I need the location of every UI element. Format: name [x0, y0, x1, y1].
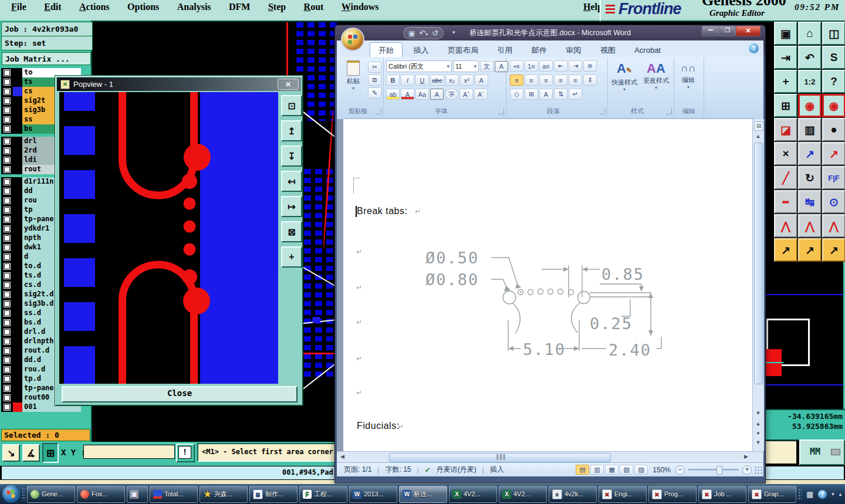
popview-tool-button[interactable]: ⊡ — [281, 95, 302, 116]
layer-checkbox[interactable] — [1, 252, 13, 262]
paragraph-button[interactable]: ⇥ — [569, 60, 582, 72]
layer-checkbox[interactable] — [1, 374, 13, 384]
layer-color-swatch[interactable] — [13, 137, 22, 146]
layer-checkbox[interactable] — [1, 137, 13, 146]
layer-checkbox[interactable] — [1, 402, 13, 412]
taskbar-button[interactable] — [127, 486, 148, 503]
quick-styles-button[interactable]: A✎ 快速样式 ▾ — [609, 62, 640, 92]
layer-checkbox[interactable] — [1, 280, 13, 290]
layer-checkbox[interactable] — [1, 262, 13, 271]
scroll-left-icon[interactable]: ◀ — [340, 454, 344, 459]
change-styles-button[interactable]: AA 更改样式 ▾ — [641, 62, 671, 90]
job-matrix-button[interactable]: Job Matrix ... — [2, 52, 91, 65]
toolbar-button[interactable]: ⌂ — [798, 22, 822, 45]
popview-titlebar[interactable]: ✕ Popview - 1 ✕ — [57, 77, 301, 91]
taskbar-button[interactable]: Total... — [150, 486, 198, 503]
toolbar-button[interactable]: + — [774, 70, 797, 93]
toolbar-button[interactable]: ◫ — [822, 22, 845, 45]
doc-heading-fiducials[interactable]: Fiducials: — [357, 421, 400, 431]
ribbon-tab[interactable]: 视图 — [592, 43, 624, 58]
toolbar-button[interactable]: S — [822, 46, 845, 69]
toolbar-button[interactable]: ↗ — [822, 238, 845, 262]
scroll-down-icon[interactable]: ▼ — [754, 410, 762, 416]
layer-color-swatch[interactable] — [13, 252, 22, 262]
qat-customize-icon[interactable]: ▾ — [452, 29, 455, 35]
scroll-up-icon[interactable]: ▲ — [754, 132, 762, 140]
layer-checkbox[interactable] — [1, 68, 13, 77]
layer-checkbox[interactable] — [1, 106, 13, 115]
taskbar-button[interactable]: 2013... — [349, 486, 397, 503]
layer-color-swatch[interactable] — [13, 384, 22, 393]
layer-checkbox[interactable] — [1, 165, 13, 174]
units-button[interactable]: MM — [799, 439, 845, 465]
layer-color-swatch[interactable] — [13, 196, 22, 205]
undo-icon[interactable]: ↶▾ — [419, 29, 428, 38]
font-size-combo[interactable]: 11▾ — [453, 60, 479, 72]
tray-up-icon[interactable]: ▴ — [839, 491, 842, 497]
clipboard-launcher-icon[interactable] — [376, 109, 381, 114]
taskbar-button[interactable]: Grap... — [748, 486, 796, 503]
paragraph-button[interactable]: 1≡ — [525, 60, 538, 72]
print-layout-view-icon[interactable]: ▤ — [576, 465, 589, 475]
popview-tool-button[interactable]: ↤ — [281, 171, 302, 192]
font-style-button[interactable]: A — [430, 89, 444, 100]
font-style-button[interactable]: Aˇ — [474, 89, 488, 100]
layer-color-swatch[interactable] — [13, 271, 22, 280]
document-page[interactable]: Break tabs: ↵ ↵ ↵ ↵ ↵ ↵ Ø0.50 Ø0.80 — [343, 119, 752, 451]
toolbar-button[interactable]: ↗ — [798, 142, 822, 165]
zoom-level[interactable]: 150% — [653, 466, 671, 474]
toolbar-button[interactable]: ◪ — [774, 118, 797, 141]
clipboard-tool-button[interactable]: ✂ — [368, 62, 381, 73]
layer-checkbox[interactable] — [1, 146, 13, 155]
layer-color-swatch[interactable] — [13, 165, 22, 174]
ribbon-tab[interactable]: 引用 — [489, 43, 520, 58]
web-layout-view-icon[interactable]: ▦ — [605, 465, 618, 475]
paragraph-button[interactable]: ⇤ — [554, 60, 567, 72]
layer-checkbox[interactable] — [1, 115, 13, 124]
paragraph-launcher-icon[interactable] — [600, 109, 606, 114]
popview-close-icon[interactable]: ✕ — [278, 79, 299, 90]
toolbar-button[interactable]: F|F — [822, 166, 845, 190]
zoom-slider[interactable] — [688, 469, 739, 471]
toolbar-button[interactable]: ⊙ — [822, 190, 845, 214]
layer-checkbox[interactable] — [1, 96, 13, 106]
align-button[interactable]: ≡ — [554, 75, 567, 86]
xy-input[interactable] — [83, 445, 175, 459]
clipboard-tool-button[interactable]: ⧉ — [368, 75, 381, 86]
layer-checkbox[interactable] — [1, 309, 13, 318]
taskbar-button[interactable]: Fox... — [77, 486, 125, 503]
font-name-combo[interactable]: Calibri (西文 ▾ — [386, 60, 452, 72]
outline-view-icon[interactable]: ▧ — [620, 465, 633, 475]
layer-color-swatch[interactable] — [13, 309, 22, 318]
toolbar-button[interactable]: ● — [822, 118, 845, 141]
layer-color-swatch[interactable] — [13, 356, 22, 365]
align-button[interactable]: ≡ — [569, 75, 582, 86]
layer-checkbox[interactable] — [1, 356, 13, 365]
toolbar-button[interactable]: ⋀ — [798, 214, 822, 238]
layer-color-swatch[interactable] — [13, 177, 22, 187]
hscrollbar-thumb[interactable]: ▐▐▐ — [389, 453, 611, 462]
start-button[interactable] — [2, 485, 20, 503]
ribbon-tab[interactable]: 开始 — [370, 42, 403, 58]
minimize-button[interactable]: – — [702, 26, 719, 36]
menu-item[interactable]: Windows — [342, 2, 379, 12]
zoom-area-icon[interactable]: ↘ — [2, 444, 20, 462]
layer-checkbox[interactable] — [1, 224, 13, 234]
layer-color-swatch[interactable] — [13, 205, 22, 215]
toolbar-button[interactable]: ╍ — [774, 190, 797, 214]
paragraph-button[interactable]: ⇅ — [554, 89, 567, 100]
layer-color-swatch[interactable] — [13, 374, 22, 384]
font-style-button[interactable]: I — [401, 75, 414, 86]
taskbar-button[interactable]: 4V2... — [499, 486, 547, 503]
toolbar-button[interactable]: ◉ — [798, 94, 822, 117]
redo-icon[interactable]: ↺ — [432, 29, 438, 38]
next-page-icon[interactable]: ▼ — [754, 439, 762, 445]
toolbar-button[interactable]: ▣ — [774, 22, 797, 45]
align-button[interactable]: ≡ — [525, 75, 538, 86]
layer-checkbox[interactable] — [1, 196, 13, 205]
font-style-button[interactable]: A — [475, 75, 488, 86]
draft-view-icon[interactable]: ▨ — [634, 465, 648, 475]
menu-item[interactable]: Rout — [304, 2, 324, 12]
ribbon-tab[interactable]: 插入 — [405, 43, 437, 58]
font-style-button[interactable]: ab — [386, 89, 400, 100]
